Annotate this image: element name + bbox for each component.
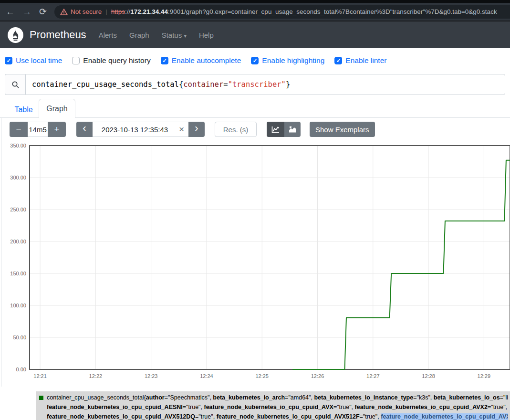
url-path: :9001/graph?g0.expr=container_cpu_usage_… (168, 8, 497, 15)
url-divider: | (105, 8, 107, 15)
setting-linter[interactable]: Enable linter (334, 56, 386, 65)
query-expression-input[interactable]: container_cpu_usage_seconds_total{contai… (25, 74, 505, 95)
query-settings-row: Use local time Enable query history Enab… (5, 54, 396, 67)
warning-triangle-icon[interactable] (60, 9, 68, 15)
nav-link-status[interactable]: Status ▾ (162, 31, 187, 39)
cpu-usage-graph[interactable]: 0.0050.00100.00150.00200.00250.00300.003… (0, 141, 510, 384)
stacked-chart-icon (289, 126, 296, 133)
svg-text:350.00: 350.00 (10, 143, 26, 148)
svg-text:200.00: 200.00 (10, 239, 26, 244)
security-status-label: Not secure (71, 8, 102, 15)
setting-query-history[interactable]: Enable query history (72, 56, 150, 65)
nav-link-alerts[interactable]: Alerts (99, 31, 117, 39)
url-separator: :// (125, 8, 130, 15)
svg-text:12:26: 12:26 (311, 373, 324, 379)
svg-text:0.00: 0.00 (16, 367, 26, 372)
end-time-value: 2023-10-13 12:35:43 (102, 126, 168, 134)
series-swatch-icon (39, 396, 43, 400)
svg-text:300.00: 300.00 (10, 175, 26, 180)
tabs-divider (0, 117, 510, 118)
nav-link-graph[interactable]: Graph (129, 31, 149, 39)
setting-use-local-time[interactable]: Use local time (5, 56, 62, 65)
setting-label: Enable highlighting (262, 56, 324, 65)
stacked-chart-toggle-button[interactable] (284, 122, 301, 137)
svg-text:12:27: 12:27 (366, 373, 380, 379)
range-duration-input[interactable] (28, 122, 48, 137)
svg-text:100.00: 100.00 (10, 303, 26, 308)
range-decrease-button[interactable]: − (10, 122, 28, 137)
svg-text:12:21: 12:21 (33, 373, 47, 379)
browser-forward-icon[interactable]: → (22, 7, 31, 17)
prometheus-logo-icon[interactable] (8, 27, 23, 43)
svg-text:12:25: 12:25 (255, 373, 269, 379)
svg-text:12:24: 12:24 (200, 373, 213, 379)
setting-label: Enable autocomplete (172, 56, 241, 65)
tab-table[interactable]: Table (9, 102, 39, 117)
series-legend[interactable]: container_cpu_usage_seconds_total{author… (36, 391, 510, 420)
checkbox[interactable] (72, 57, 80, 64)
checkbox[interactable] (5, 57, 12, 64)
show-exemplars-button[interactable]: Show Exemplars (310, 122, 375, 137)
resolution-input[interactable] (215, 122, 257, 137)
series-label-line[interactable]: feature_node_kubernetes_io_cpu_cpuid_AES… (47, 402, 508, 412)
series-label-line[interactable]: container_cpu_usage_seconds_total{author… (47, 393, 508, 402)
checkbox[interactable] (334, 57, 342, 64)
line-chart-icon (271, 126, 280, 133)
svg-text:250.00: 250.00 (10, 207, 26, 212)
setting-label: Use local time (16, 56, 62, 65)
chevron-down-icon: ▾ (184, 33, 187, 39)
time-back-button[interactable]: ‹ (76, 122, 93, 137)
svg-text:12:29: 12:29 (478, 373, 491, 379)
svg-text:150.00: 150.00 (10, 271, 26, 276)
line-chart-toggle-button[interactable] (267, 122, 284, 137)
series-label-line[interactable]: feature_node_kubernetes_io_cpu_cpuid_AVX… (47, 412, 508, 420)
query-expression-row: container_cpu_usage_seconds_total{contai… (5, 74, 505, 95)
svg-text:12:22: 12:22 (89, 373, 103, 379)
prometheus-navbar: Prometheus Alerts Graph Status ▾ Help (0, 21, 510, 48)
setting-label: Enable linter (345, 56, 386, 65)
app-title[interactable]: Prometheus (30, 29, 86, 41)
svg-text:12:23: 12:23 (145, 373, 158, 379)
tab-graph[interactable]: Graph (39, 99, 75, 118)
checkbox[interactable] (251, 57, 259, 64)
range-increase-button[interactable]: + (48, 122, 66, 137)
time-forward-button[interactable]: › (188, 122, 205, 137)
clear-time-icon[interactable]: × (179, 124, 184, 135)
setting-label: Enable query history (83, 56, 150, 65)
setting-highlighting[interactable]: Enable highlighting (251, 56, 324, 65)
browser-back-icon[interactable]: ← (6, 7, 15, 17)
browser-reload-icon[interactable]: ⟳ (39, 6, 47, 17)
search-icon (5, 74, 25, 95)
setting-autocomplete[interactable]: Enable autocomplete (161, 56, 241, 65)
end-time-input[interactable]: 2023-10-13 12:35:43 × (93, 122, 188, 137)
url-host: 172.21.34.44 (130, 8, 168, 15)
browser-toolbar: ← → ⟳ Not secure | https://172.21.34.44:… (0, 3, 510, 21)
svg-text:50.00: 50.00 (13, 335, 26, 340)
graph-controls: − + ‹ 2023-10-13 12:35:43 × › Show Exemp… (10, 122, 375, 137)
checkbox[interactable] (161, 57, 168, 64)
url-scheme: https (111, 8, 125, 15)
nav-link-help[interactable]: Help (199, 31, 214, 39)
address-bar[interactable]: Not secure | https://172.21.34.44:9001/g… (54, 5, 510, 19)
svg-text:12:28: 12:28 (422, 373, 435, 379)
